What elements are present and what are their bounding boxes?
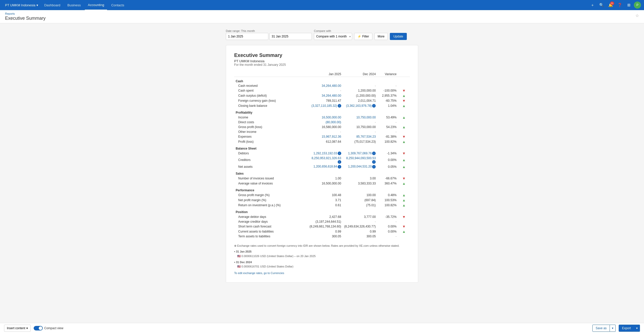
table-row: Average value of invoices16,500,000.003,… [234, 181, 410, 186]
row-label: Gross profit (loss) [234, 124, 308, 130]
row-col1: - [308, 88, 343, 93]
row-label: Income [234, 115, 308, 120]
more-button[interactable]: More [374, 33, 388, 40]
search-button[interactable]: 🔍 [597, 1, 606, 9]
row-label: Net assets [234, 164, 308, 169]
row-label: Direct costs [234, 120, 308, 124]
exchange-date-2: • 31 Dec 2024 🇺🇸 0.0000616701 USD (Unite… [234, 260, 410, 269]
nav-accounting[interactable]: Accounting [85, 0, 107, 10]
row-arrow: ▲ [398, 115, 410, 120]
row-variance: 100.82% [377, 139, 398, 144]
date-to-input[interactable] [269, 33, 312, 40]
notifications-button[interactable]: 🔔 31 [607, 1, 615, 9]
row-col1: 0.99 [308, 229, 343, 234]
table-row: Profit (loss)612,087.64(75,017,534.23)10… [234, 139, 410, 144]
row-col2[interactable]: 10,750,000.00 [343, 115, 377, 120]
breadcrumb[interactable]: Reports [5, 12, 639, 15]
row-col2[interactable]: (3,362,163,976.78)i [343, 103, 377, 108]
row-col2[interactable]: 1,200,044,531.20i [343, 164, 377, 169]
row-col2[interactable]: 1,309,767,069.76i [343, 151, 377, 156]
date-range-group: Date range: This month [226, 29, 312, 40]
info-icon[interactable]: i [338, 165, 341, 169]
table-row: Term assets to liabilities300.05300.05- [234, 234, 410, 239]
row-variance: 53.49% [377, 115, 398, 120]
info-icon[interactable]: i [338, 160, 341, 164]
row-label: Closing bank balance [234, 103, 308, 108]
compare-select[interactable]: Compare with 1 month [314, 33, 352, 40]
row-label: Cash spent [234, 88, 308, 93]
row-variance: - [377, 84, 398, 88]
row-col1: 300.05 [308, 234, 343, 239]
row-variance: 2,955.37% [377, 93, 398, 98]
up-arrow-icon: ▲ [402, 203, 406, 207]
info-icon[interactable]: i [372, 160, 376, 164]
row-col2: (697.84) [343, 198, 377, 203]
exchange-date-2-bullet: 31 Dec 2024 [236, 261, 252, 264]
favorite-button[interactable]: ☆ [635, 13, 639, 18]
section-header-performance: Performance [234, 186, 410, 193]
row-col1[interactable]: (3,327,110,185.32)i [308, 103, 343, 108]
row-col1[interactable]: 8,250,953,921,326.63i [308, 156, 343, 164]
row-arrow: ▲ [398, 93, 410, 98]
row-variance: -1.34% [377, 151, 398, 156]
row-label: Average creditor days [234, 219, 308, 224]
row-arrow: ▼ [398, 151, 410, 156]
date-from-input[interactable] [226, 33, 268, 40]
company-name: PT UMKM Indonesia [5, 3, 35, 7]
section-header-cash: Cash [234, 77, 410, 84]
row-variance: -60.75% [377, 98, 398, 103]
info-icon[interactable]: i [372, 152, 376, 155]
row-col1[interactable]: 1,292,153,192.03i [308, 151, 343, 156]
row-col1: 100.48 [308, 193, 343, 198]
help-button[interactable]: ❓ [616, 1, 624, 9]
notification-badge: 31 [610, 2, 614, 5]
table-row: Gross profit (loss)16,580,000.0010,750,0… [234, 124, 410, 130]
row-label: Other income [234, 130, 308, 134]
table-row: Short term cash forecast(8,249,661,768,1… [234, 224, 410, 229]
row-col1[interactable]: 16,500,000.00 [308, 115, 343, 120]
update-button[interactable]: Update [390, 33, 407, 40]
row-col2: (1,200,000.00) [343, 93, 377, 98]
date-range-label: Date range: This month [226, 29, 312, 32]
row-label: Expenses [234, 134, 308, 139]
main-content: Date range: This month Compare with Comp… [0, 23, 644, 289]
nav-contacts[interactable]: Contacts [108, 0, 127, 10]
down-arrow-icon: ▼ [402, 215, 406, 219]
info-icon[interactable]: i [338, 104, 341, 108]
user-avatar[interactable]: P [634, 2, 641, 9]
row-variance: 0.00% [377, 224, 398, 229]
row-arrow: ▲ [398, 139, 410, 144]
report-period: For the month ended 31 January 2025 [234, 63, 410, 67]
row-col2: 0.99 [343, 229, 377, 234]
down-arrow-icon: ▼ [402, 224, 406, 228]
row-variance: - [377, 120, 398, 124]
row-col1[interactable]: (80,000.00) [308, 120, 343, 124]
row-col1[interactable]: 1,200,656,618.84i [308, 164, 343, 169]
row-col2[interactable]: 8,250,944,093,500.53i [343, 156, 377, 164]
table-row: Expenses15,967,912.3685,767,534.23-81.38… [234, 134, 410, 139]
add-button[interactable]: ＋ [588, 1, 596, 9]
table-row: Cash spent-1,200,000.00-100.00%▼ [234, 88, 410, 93]
exchange-date-1-rate: 0.0000611026 USD (United States Dollar) … [242, 255, 316, 258]
currencies-link[interactable]: To edit exchange rates, go to Currencies [234, 272, 284, 275]
row-col2: 100.00 [343, 193, 377, 198]
nav-business[interactable]: Business [64, 0, 84, 10]
row-col1[interactable]: 34,264,480.00 [308, 93, 343, 98]
up-arrow-icon: ▲ [402, 140, 406, 144]
exchange-date-1: • 31 Jan 2025 🇺🇸 0.0000611026 USD (Unite… [234, 249, 410, 258]
row-col1[interactable]: 34,264,480.00 [308, 84, 343, 88]
row-label: Profit (loss) [234, 139, 308, 144]
nav-dashboard[interactable]: Dashboard [41, 0, 64, 10]
info-icon[interactable]: i [338, 152, 341, 155]
info-icon[interactable]: i [372, 104, 376, 108]
row-arrow [398, 219, 410, 224]
row-col2[interactable]: 85,767,534.23 [343, 134, 377, 139]
info-icon[interactable]: i [372, 165, 376, 169]
filter-bar: Date range: This month Compare with Comp… [226, 29, 418, 40]
page-header: ☆ Reports Executive Summary [0, 10, 644, 23]
row-col1[interactable]: 15,967,912.36 [308, 134, 343, 139]
company-switcher[interactable]: PT UMKM Indonesia ▾ [3, 3, 40, 7]
apps-button[interactable]: ⊞ [625, 1, 633, 9]
filter-button[interactable]: ⚡ Filter [354, 33, 372, 40]
up-arrow-icon: ▲ [402, 193, 406, 197]
